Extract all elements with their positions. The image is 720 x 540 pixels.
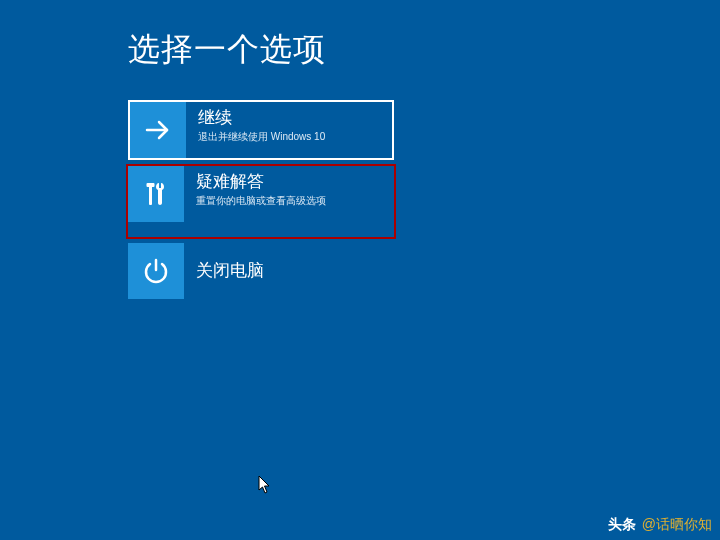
option-power[interactable]: 关闭电脑 bbox=[128, 243, 720, 299]
option-continue-subtitle: 退出并继续使用 Windows 10 bbox=[198, 130, 382, 143]
watermark-handle: @话晒你知 bbox=[642, 516, 712, 532]
option-continue-text: 继续 退出并继续使用 Windows 10 bbox=[186, 102, 392, 149]
option-troubleshoot-title: 疑难解答 bbox=[196, 172, 384, 192]
watermark: 头条 @话晒你知 bbox=[608, 516, 712, 534]
options-container: 选择一个选项 继续 退出并继续使用 Windows 10 bbox=[0, 0, 720, 299]
page-title: 选择一个选项 bbox=[128, 28, 720, 72]
option-troubleshoot-subtitle: 重置你的电脑或查看高级选项 bbox=[196, 194, 384, 207]
arrow-right-icon bbox=[130, 102, 186, 158]
svg-rect-1 bbox=[149, 185, 152, 205]
power-icon bbox=[128, 243, 184, 299]
watermark-brand: 头条 bbox=[608, 516, 636, 532]
option-continue-title: 继续 bbox=[198, 108, 382, 128]
option-continue[interactable]: 继续 退出并继续使用 Windows 10 bbox=[128, 100, 394, 160]
option-power-title: 关闭电脑 bbox=[196, 261, 710, 281]
svg-rect-2 bbox=[147, 183, 155, 187]
option-power-text: 关闭电脑 bbox=[184, 243, 720, 289]
mouse-cursor-icon bbox=[258, 475, 272, 499]
tools-icon bbox=[128, 166, 184, 222]
option-troubleshoot-text: 疑难解答 重置你的电脑或查看高级选项 bbox=[184, 166, 394, 237]
option-troubleshoot[interactable]: 疑难解答 重置你的电脑或查看高级选项 bbox=[128, 166, 394, 237]
